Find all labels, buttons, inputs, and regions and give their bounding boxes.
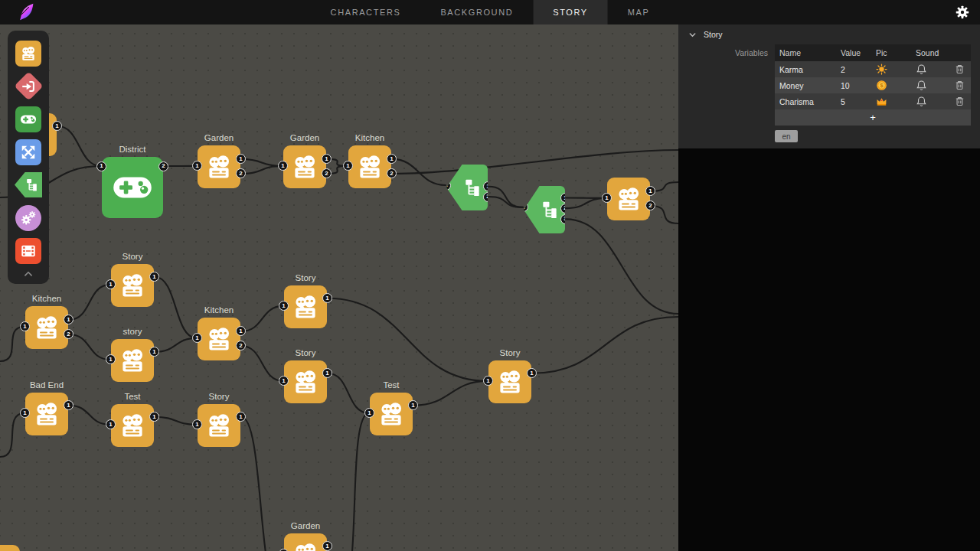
- node-title: Story: [122, 252, 143, 261]
- node-storyML[interactable]: Story11: [284, 360, 327, 403]
- variable-value[interactable]: 2: [836, 61, 871, 77]
- bell-icon[interactable]: [916, 96, 927, 107]
- node-graph-canvas[interactable]: 1District12Garden112Garden112Kitchen1121…: [0, 24, 678, 551]
- in-port[interactable]: 1: [279, 376, 289, 386]
- dialogue-icon: [292, 541, 319, 551]
- node-gardenA[interactable]: Garden112: [198, 145, 240, 188]
- add-variable-button[interactable]: +: [775, 109, 971, 126]
- in-port[interactable]: 1: [483, 376, 493, 386]
- node-storyLC[interactable]: story11: [111, 339, 154, 382]
- variable-name[interactable]: Charisma: [775, 93, 836, 109]
- in-port[interactable]: 1: [20, 408, 30, 418]
- tree-icon: [24, 178, 39, 192]
- settings-node-tool[interactable]: [11, 201, 45, 234]
- variable-name[interactable]: Karma: [775, 61, 836, 77]
- col-sound: Sound: [911, 44, 949, 61]
- edge: [241, 417, 280, 551]
- edge-layer: [0, 24, 678, 551]
- edge: [328, 373, 369, 413]
- section-title: Story: [704, 30, 723, 39]
- in-port[interactable]: 1: [96, 161, 106, 171]
- coin-icon[interactable]: $: [876, 80, 887, 91]
- crown-icon[interactable]: [876, 96, 887, 107]
- edge: [392, 150, 678, 174]
- node-testM[interactable]: Test11: [370, 393, 413, 435]
- in-port[interactable]: 1: [106, 354, 116, 364]
- app-window: 1District12Garden112Garden112Kitchen1121…: [0, 0, 980, 551]
- in-port[interactable]: 1: [278, 161, 288, 171]
- node-title: Garden: [290, 133, 319, 142]
- node-title: Garden: [291, 521, 320, 530]
- node-kitchenT[interactable]: Kitchen112: [348, 145, 391, 188]
- edge: [155, 277, 197, 338]
- expand-arrows-icon: [20, 144, 37, 161]
- variables-table: Name Value Pic Sound Karma 2: [775, 44, 971, 126]
- node-testL[interactable]: Test11: [111, 404, 154, 447]
- node-badEnd[interactable]: Bad End11: [25, 393, 68, 435]
- variable-name[interactable]: Money: [775, 77, 836, 93]
- chevron-down-icon[interactable]: [688, 31, 697, 39]
- in-port[interactable]: 1: [364, 408, 374, 418]
- in-port[interactable]: 1: [602, 193, 612, 203]
- bell-icon[interactable]: [916, 80, 927, 91]
- node-title: story: [123, 327, 142, 336]
- col-actions: [949, 44, 971, 61]
- node-storyMU[interactable]: Story11: [284, 285, 327, 328]
- node-title: District: [119, 145, 145, 154]
- dialogue-icon: [205, 153, 233, 181]
- dialogue-icon: [205, 412, 233, 439]
- language-button[interactable]: en: [775, 130, 798, 142]
- condition-node-tool[interactable]: [11, 168, 45, 201]
- node-kitchenL[interactable]: Kitchen112: [25, 306, 68, 349]
- jump-node-tool[interactable]: [11, 70, 45, 103]
- toolbar-collapse-button[interactable]: [8, 267, 49, 281]
- tab-characters[interactable]: CHARACTERS: [311, 0, 421, 24]
- edge: [241, 166, 283, 174]
- trash-icon[interactable]: [954, 80, 965, 91]
- variable-row[interactable]: Money 10 $: [775, 77, 971, 93]
- node-district[interactable]: District12: [102, 157, 163, 218]
- in-port[interactable]: 1: [192, 419, 202, 429]
- choice-node-tool[interactable]: [11, 135, 45, 168]
- node-gardenB[interactable]: Garden112: [283, 145, 326, 188]
- node-corner[interactable]: [0, 545, 20, 551]
- variable-row[interactable]: Charisma 5: [775, 93, 971, 109]
- node-storyR[interactable]: Story11: [488, 360, 531, 403]
- add-variable-row[interactable]: +: [775, 109, 971, 126]
- enter-arrow-icon: [20, 78, 37, 95]
- tab-background[interactable]: BACKGROUND: [420, 0, 533, 24]
- dialogue-icon: [20, 45, 37, 62]
- tab-story[interactable]: STORY: [533, 0, 608, 24]
- in-port[interactable]: 1: [343, 161, 353, 171]
- dialogue-icon: [292, 368, 319, 396]
- in-port[interactable]: 1: [20, 321, 30, 331]
- out-port[interactable]: 2: [158, 161, 168, 171]
- edge: [69, 406, 110, 425]
- node-storyL[interactable]: Story11: [111, 264, 154, 307]
- game-node-tool[interactable]: [11, 103, 45, 135]
- panel-empty-area: [678, 148, 980, 551]
- trash-icon[interactable]: [954, 96, 965, 107]
- in-port[interactable]: 1: [192, 333, 202, 343]
- variable-value[interactable]: 5: [836, 93, 871, 109]
- edge: [0, 327, 24, 361]
- gear-icon[interactable]: [954, 4, 971, 21]
- in-port[interactable]: 1: [279, 301, 289, 311]
- tab-map[interactable]: MAP: [608, 0, 670, 24]
- in-port[interactable]: 1: [106, 419, 116, 429]
- story-section-header[interactable]: Story: [678, 24, 980, 44]
- in-port[interactable]: 1: [192, 161, 202, 171]
- trash-icon[interactable]: [954, 64, 965, 75]
- sun-icon[interactable]: [876, 64, 887, 75]
- bell-icon[interactable]: [916, 64, 927, 75]
- movie-node-tool[interactable]: [11, 234, 45, 267]
- node-storyBL[interactable]: Story11: [198, 404, 240, 447]
- in-port[interactable]: 1: [106, 279, 116, 289]
- node-kitchenM[interactable]: Kitchen112: [198, 318, 240, 360]
- node-node8[interactable]: 112: [607, 178, 650, 220]
- dialogue-node-tool[interactable]: [11, 37, 45, 70]
- node-gardenBot[interactable]: Garden11: [284, 533, 327, 551]
- variable-value[interactable]: 10: [836, 77, 871, 93]
- out-port[interactable]: 1: [322, 541, 332, 551]
- variable-row[interactable]: Karma 2: [775, 61, 971, 77]
